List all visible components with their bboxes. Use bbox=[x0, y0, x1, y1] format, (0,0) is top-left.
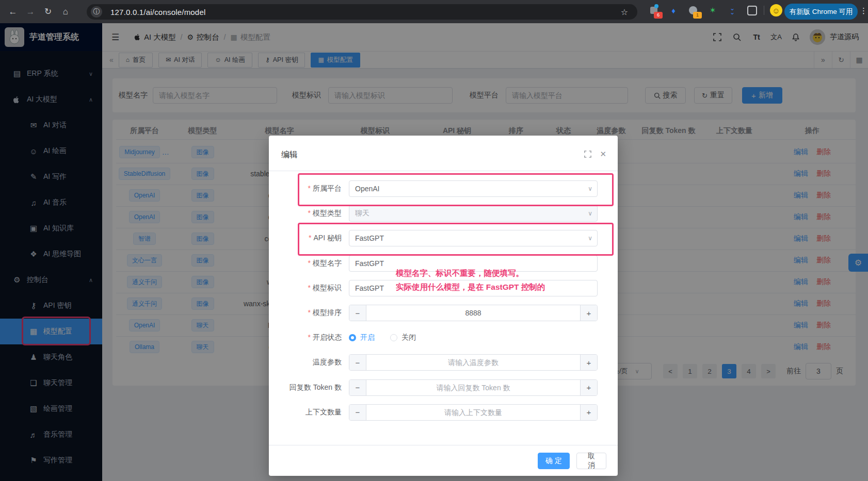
key-input[interactable] bbox=[349, 280, 598, 296]
form-row-max-tokens: 回复数 Token 数 − + bbox=[269, 375, 618, 400]
bookmark-star-icon[interactable]: ☆ bbox=[621, 7, 628, 17]
profile-avatar[interactable]: ☺ bbox=[769, 4, 783, 17]
increase-button[interactable]: + bbox=[580, 380, 597, 395]
increase-button[interactable]: + bbox=[580, 355, 597, 370]
radio-dot bbox=[390, 334, 397, 341]
max-tokens-stepper: − + bbox=[349, 379, 598, 396]
form-row-context: 上下文数量 − + bbox=[269, 400, 618, 425]
decrease-button[interactable]: − bbox=[349, 405, 366, 420]
form-row-status: *开启状态 开启 关闭 bbox=[269, 325, 618, 350]
temperature-input[interactable] bbox=[366, 355, 580, 370]
temperature-stepper: − + bbox=[349, 354, 598, 371]
extension-icon-star[interactable]: ✶ bbox=[706, 4, 719, 17]
form-row-key: *模型标识 bbox=[269, 276, 618, 301]
url-text[interactable]: 127.0.0.1/ai/console/model bbox=[110, 8, 206, 16]
type-select-disabled: 聊天∨ bbox=[349, 205, 598, 222]
extension-icon-chevrons[interactable]: ⌄⌄ bbox=[726, 4, 739, 17]
platform-label: 所属平台 bbox=[313, 184, 342, 192]
browser-forward-icon[interactable]: → bbox=[22, 3, 39, 21]
browser-home-icon[interactable]: ⌂ bbox=[57, 3, 74, 21]
dialog-close-icon[interactable]: ✕ bbox=[600, 150, 606, 159]
edit-model-dialog: 编辑 ✕ *所属平台 OpenAI∨ *模型类型 聊天∨ bbox=[269, 136, 618, 476]
apikey-select[interactable]: FastGPT∨ bbox=[349, 230, 598, 246]
extension-icon-red[interactable]: 6 bbox=[647, 4, 661, 17]
browser-menu-icon[interactable]: ⋮ bbox=[860, 6, 867, 15]
type-label: 模型类型 bbox=[313, 209, 342, 217]
extension-badge: 1 bbox=[693, 12, 702, 19]
dialog-fullscreen-icon[interactable] bbox=[584, 150, 591, 159]
radio-status-on[interactable]: 开启 bbox=[349, 333, 375, 342]
decrease-button[interactable]: − bbox=[349, 380, 366, 395]
sort-input[interactable] bbox=[366, 305, 580, 321]
platform-select[interactable]: OpenAI∨ bbox=[349, 180, 598, 197]
cancel-button[interactable]: 取 消 bbox=[576, 453, 606, 469]
form-row-temperature: 温度参数 − + bbox=[269, 350, 618, 375]
form-row-sort: *模型排序 − + bbox=[269, 301, 618, 325]
chevron-down-icon: ∨ bbox=[588, 210, 592, 217]
key-label: 模型标识 bbox=[313, 284, 342, 292]
form-row-platform: *所属平台 OpenAI∨ bbox=[269, 176, 618, 201]
increase-button[interactable]: + bbox=[580, 405, 597, 420]
context-label: 上下文数量 bbox=[306, 408, 342, 416]
browser-reload-icon[interactable]: ↻ bbox=[39, 3, 57, 21]
temperature-label: 温度参数 bbox=[313, 358, 342, 366]
sort-stepper: − + bbox=[349, 305, 598, 321]
extensions-puzzle-icon[interactable] bbox=[745, 4, 759, 17]
apikey-label: API 秘钥 bbox=[314, 234, 342, 242]
increase-button[interactable]: + bbox=[580, 305, 597, 321]
radio-dot bbox=[349, 334, 356, 341]
browser-back-icon[interactable]: ← bbox=[4, 3, 22, 21]
address-bar[interactable]: ⓘ 127.0.0.1/ai/console/model ☆ bbox=[87, 4, 637, 20]
extensions-area: 6 ♦ 1 ✶ ⌄⌄ ☺ bbox=[644, 4, 786, 17]
dialog-divider bbox=[269, 171, 618, 171]
name-input[interactable] bbox=[349, 255, 598, 272]
browser-toolbar: ← → ↻ ⌂ ⓘ 127.0.0.1/ai/console/model ☆ 6… bbox=[0, 0, 868, 23]
confirm-button[interactable]: 确 定 bbox=[538, 453, 570, 469]
dialog-title: 编辑 bbox=[281, 150, 298, 160]
chevron-down-icon: ∨ bbox=[588, 235, 592, 242]
max-tokens-label: 回复数 Token 数 bbox=[290, 383, 342, 391]
name-label: 模型名字 bbox=[313, 259, 342, 267]
max-tokens-input[interactable] bbox=[366, 380, 580, 395]
chevron-down-icon: ∨ bbox=[588, 185, 592, 192]
context-stepper: − + bbox=[349, 404, 598, 421]
form-row-type: *模型类型 聊天∨ bbox=[269, 201, 618, 226]
chrome-update-chip[interactable]: 有新版 Chrome 可用 bbox=[784, 4, 858, 20]
extension-icon-diamond[interactable]: ♦ bbox=[667, 4, 680, 17]
extension-badge: 6 bbox=[654, 12, 663, 19]
toolbar-separator bbox=[764, 6, 764, 15]
decrease-button[interactable]: − bbox=[349, 305, 366, 321]
form-row-apikey: *API 秘钥 FastGPT∨ bbox=[269, 226, 618, 251]
radio-status-off[interactable]: 关闭 bbox=[390, 333, 416, 342]
form-row-name: *模型名字 bbox=[269, 251, 618, 276]
dialog-footer-divider bbox=[269, 445, 618, 445]
extension-icon-circle[interactable]: 1 bbox=[686, 4, 700, 17]
status-label: 开启状态 bbox=[313, 333, 342, 341]
decrease-button[interactable]: − bbox=[349, 355, 366, 370]
screen: ← → ↻ ⌂ ⓘ 127.0.0.1/ai/console/model ☆ 6… bbox=[0, 0, 868, 481]
app: 芋道管理系统 ▤ ERP 系统 ∨ AI 大模型 ∧ ✉AI 对话 ☺AI 绘画 bbox=[0, 23, 868, 481]
context-input[interactable] bbox=[366, 405, 580, 420]
site-info-icon[interactable]: ⓘ bbox=[91, 6, 102, 18]
sort-label: 模型排序 bbox=[313, 308, 342, 317]
